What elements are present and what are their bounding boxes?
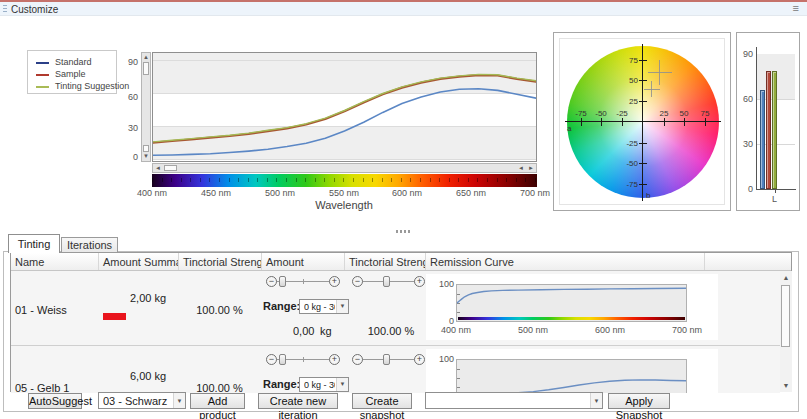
slider-center-tick xyxy=(303,357,304,362)
column-header-tinctorial-strength-summary[interactable]: Tinctorial Strength Su... xyxy=(178,253,261,270)
y-axis-tick: 60 xyxy=(118,92,138,102)
axis-tick xyxy=(639,101,647,102)
axis-tick xyxy=(664,118,665,126)
scroll-left-icon[interactable]: ◄ xyxy=(517,165,525,172)
x-axis-tick: 450 nm xyxy=(194,188,238,198)
axis-tick xyxy=(601,118,602,126)
chevron-down-icon[interactable]: ▼ xyxy=(336,378,348,391)
product-name: 01 - Weiss xyxy=(15,304,67,316)
strength-decrease-button[interactable]: − xyxy=(352,354,363,365)
create-snapshot-button[interactable]: Create snapshot xyxy=(352,393,412,409)
bar-standard xyxy=(760,90,765,189)
legend-label: Tinting Suggestion xyxy=(55,81,129,91)
tab-iterations[interactable]: Iterations xyxy=(61,237,118,253)
strength-slider-thumb[interactable] xyxy=(383,276,390,287)
b-tick: -25 xyxy=(622,139,638,148)
lab-color-wheel[interactable] xyxy=(567,46,719,198)
scroll-up-icon[interactable]: ▲ xyxy=(780,274,792,281)
customize-window: Customize ≡ Standard Sample Tinting Sugg… xyxy=(0,0,807,419)
tinctorial-strength-value: 100.00 % xyxy=(361,325,421,337)
drag-grip-icon[interactable] xyxy=(3,5,7,14)
axis-tick xyxy=(684,118,685,126)
range-dropdown[interactable]: 0 kg - 300 l ▼ xyxy=(299,299,349,314)
a-tick: -50 xyxy=(593,109,609,118)
table-scrollbar[interactable]: ▲ ▼ xyxy=(780,271,792,392)
strength-decrease-button[interactable]: − xyxy=(352,276,363,287)
x-axis-tick: 500 nm xyxy=(258,188,302,198)
product-dropdown[interactable]: 03 - Schwarz ▼ xyxy=(98,392,186,409)
table-rows: 01 - Weiss 2,00 kg 100.00 % − + Range: 0… xyxy=(11,271,780,393)
a-tick: 25 xyxy=(656,109,672,118)
vertical-scrollbar[interactable]: ▲ ▼ xyxy=(141,52,151,162)
amount-unit: kg xyxy=(320,325,332,337)
column-header-blank xyxy=(704,253,780,270)
amount-increase-button[interactable]: + xyxy=(329,276,340,287)
amount-slider-thumb[interactable] xyxy=(279,354,286,365)
amount-slider-thumb[interactable] xyxy=(279,276,286,287)
chevron-down-icon[interactable]: ▼ xyxy=(590,393,602,408)
chevron-down-icon[interactable]: ▼ xyxy=(173,393,185,408)
tab-tinting[interactable]: Tinting xyxy=(8,234,60,253)
sample-marker-icon xyxy=(651,81,652,97)
column-header-remission-curve[interactable]: Remission Curve xyxy=(425,253,704,270)
range-dropdown-value: 0 kg - 300 l xyxy=(304,380,335,390)
row-separator xyxy=(11,345,780,346)
b-tick: 50 xyxy=(622,76,638,85)
legend-line-sample xyxy=(36,74,49,76)
scroll-up-icon[interactable]: ▲ xyxy=(142,54,150,61)
b-tick: -50 xyxy=(622,159,638,168)
legend: Standard Sample Tinting Suggestion xyxy=(27,50,117,94)
tinctorial-strength-summary-value: 100.00 % xyxy=(178,304,261,316)
add-product-button[interactable]: Add product xyxy=(190,393,245,409)
product-name: 05 - Gelb 1 xyxy=(15,382,69,393)
menu-icon[interactable]: ≡ xyxy=(793,2,799,14)
remission-curve xyxy=(457,360,686,393)
l-x-label: L xyxy=(772,194,777,204)
column-header-name[interactable]: Name xyxy=(11,253,98,270)
spectral-curves xyxy=(153,53,536,162)
bar-sample xyxy=(766,71,771,189)
x-axis-label: Wavelength xyxy=(284,199,404,211)
scrollbar-thumb[interactable] xyxy=(781,285,790,347)
column-header-tinctorial-strength[interactable]: Tinctorial Strength xyxy=(344,253,425,270)
scrollbar-thumb[interactable] xyxy=(143,62,149,75)
y-axis-tick: 0 xyxy=(118,152,138,162)
sample-marker-icon xyxy=(644,89,660,90)
strength-increase-button[interactable]: + xyxy=(414,276,425,287)
scroll-left-icon[interactable]: ◄ xyxy=(154,165,162,172)
scrollbar-thumb[interactable] xyxy=(164,165,177,171)
amount-value: 0,00 xyxy=(293,325,314,337)
chevron-down-icon[interactable]: ▼ xyxy=(336,300,348,313)
lightness-bars xyxy=(760,47,792,189)
scroll-down-icon[interactable]: ▼ xyxy=(142,153,150,160)
create-new-iteration-button[interactable]: Create new iteration xyxy=(258,393,338,409)
remission-plot xyxy=(456,359,687,393)
amount-decrease-button[interactable]: − xyxy=(266,276,277,287)
amount-decrease-button[interactable]: − xyxy=(266,354,277,365)
snapshot-dropdown[interactable]: ▼ xyxy=(425,392,603,409)
remission-y-tick: 100 xyxy=(434,279,454,289)
column-header-amount[interactable]: Amount xyxy=(261,253,344,270)
scrollbar-thumb[interactable] xyxy=(143,145,149,152)
autosuggest-button[interactable]: AutoSuggest xyxy=(28,393,82,409)
a-axis-label: a xyxy=(567,124,571,133)
l-x-axis xyxy=(756,189,796,190)
amount-increase-button[interactable]: + xyxy=(329,354,340,365)
scroll-right-icon[interactable]: ► xyxy=(527,165,535,172)
axis-tick xyxy=(581,118,582,126)
x-axis-tick: 700 nm xyxy=(513,188,557,198)
apply-snapshot-button[interactable]: Apply Snapshot xyxy=(608,393,670,409)
horizontal-scrollbar[interactable]: ◄ ◄ ► xyxy=(152,163,537,173)
range-dropdown[interactable]: 0 kg - 300 l ▼ xyxy=(299,377,349,392)
remission-curve xyxy=(457,285,686,321)
column-header-amount-summary[interactable]: Amount Summary xyxy=(98,253,178,270)
a-tick: -75 xyxy=(573,109,589,118)
slider-center-tick xyxy=(303,279,304,284)
axis-tick xyxy=(775,190,776,193)
splitter-grip[interactable] xyxy=(396,230,412,233)
strength-slider-thumb[interactable] xyxy=(383,354,390,365)
titlebar: Customize ≡ xyxy=(0,0,807,16)
scroll-down-icon[interactable]: ▼ xyxy=(780,382,792,389)
range-dropdown-value: 0 kg - 300 l xyxy=(304,302,335,312)
strength-increase-button[interactable]: + xyxy=(414,354,425,365)
